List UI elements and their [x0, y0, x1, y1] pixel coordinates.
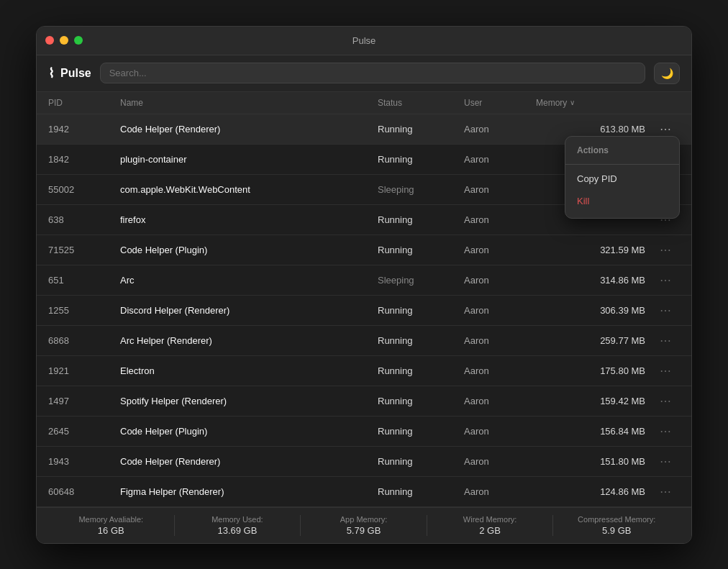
row-status: Running [378, 335, 464, 346]
traffic-lights [45, 36, 83, 45]
minimize-button[interactable] [60, 36, 68, 45]
toolbar: ⌇ Pulse 🌙 [37, 55, 691, 92]
col-pid: PID [48, 98, 120, 108]
table-row[interactable]: 1255 Discord Helper (Renderer) Running A… [37, 296, 691, 326]
table-row[interactable]: 6868 Arc Helper (Renderer) Running Aaron… [37, 326, 691, 356]
table-header: PID Name Status User Memory ∨ [37, 92, 691, 114]
row-memory: 321.59 MB [536, 245, 651, 255]
app-name: Pulse [60, 67, 91, 80]
wired-memory-stat: Wired Memory: 2 GB [427, 515, 554, 536]
row-user: Aaron [464, 426, 536, 437]
table-row[interactable]: 1943 Code Helper (Renderer) Running Aaro… [37, 447, 691, 477]
moon-icon: 🌙 [661, 68, 673, 79]
table-row[interactable]: 651 Arc Sleeping Aaron 314.86 MB ⋯ [37, 265, 691, 296]
app-memory-stat: App Memory: 5.79 GB [301, 515, 427, 536]
footer-stats: Memory Avaliable: 16 GB Memory Used: 13.… [37, 507, 691, 543]
app-memory-value: 5.79 GB [301, 525, 427, 536]
memory-used-label: Memory Used: [175, 515, 301, 524]
row-user: Aaron [464, 214, 536, 225]
row-memory: 613.80 MB [536, 124, 651, 135]
table-row[interactable]: 2645 Code Helper (Plugin) Running Aaron … [37, 416, 691, 447]
col-actions [651, 98, 680, 108]
row-name: Code Helper (Plugin) [120, 426, 378, 437]
row-user: Aaron [464, 124, 536, 135]
row-name: Arc [120, 275, 378, 286]
copy-pid-item[interactable]: Copy PID [565, 168, 679, 190]
app-memory-label: App Memory: [301, 515, 427, 524]
row-name: com.apple.WebKit.WebContent [120, 184, 378, 195]
row-memory: 124.86 MB [536, 486, 651, 497]
row-pid: 2645 [48, 426, 120, 437]
table-body: 1942 Code Helper (Renderer) Running Aaro… [37, 114, 691, 507]
row-user: Aaron [464, 275, 536, 286]
row-pid: 71525 [48, 245, 120, 255]
table-row[interactable]: 1497 Spotify Helper (Renderer) Running A… [37, 386, 691, 416]
compressed-memory-value: 5.9 GB [553, 525, 680, 536]
dropdown-header: Actions [565, 142, 679, 161]
table-row[interactable]: 1921 Electron Running Aaron 175.80 MB ⋯ [37, 356, 691, 386]
row-name: Spotify Helper (Renderer) [120, 396, 378, 406]
row-user: Aaron [464, 365, 536, 376]
memory-used-stat: Memory Used: 13.69 GB [175, 515, 301, 536]
row-status: Running [378, 305, 464, 316]
row-status: Running [378, 124, 464, 135]
row-pid: 55002 [48, 184, 120, 195]
app-logo: ⌇ Pulse [48, 65, 91, 81]
actions-button[interactable]: ⋯ [651, 302, 680, 319]
row-memory: 151.80 MB [536, 456, 651, 467]
row-pid: 1943 [48, 456, 120, 467]
row-pid: 1942 [48, 124, 120, 135]
memory-used-value: 13.69 GB [175, 525, 301, 536]
memory-available-value: 16 GB [48, 525, 174, 536]
row-name: plugin-container [120, 154, 378, 165]
actions-button[interactable]: ⋯ [651, 393, 680, 409]
row-status: Running [378, 486, 464, 497]
close-button[interactable] [45, 36, 54, 45]
row-name: Discord Helper (Renderer) [120, 305, 378, 316]
table-row[interactable]: 1942 Code Helper (Renderer) Running Aaro… [37, 114, 691, 145]
row-user: Aaron [464, 245, 536, 255]
actions-button[interactable]: ⋯ [651, 453, 680, 470]
row-memory: 175.80 MB [536, 365, 651, 376]
search-input[interactable] [100, 63, 645, 83]
memory-available-label: Memory Avaliable: [48, 515, 174, 524]
row-status: Running [378, 154, 464, 165]
maximize-button[interactable] [74, 36, 83, 45]
row-user: Aaron [464, 154, 536, 165]
row-status: Running [378, 426, 464, 437]
row-status: Running [378, 365, 464, 376]
row-name: Electron [120, 365, 378, 376]
actions-button[interactable]: ⋯ [651, 242, 680, 258]
row-pid: 638 [48, 214, 120, 225]
row-user: Aaron [464, 486, 536, 497]
row-pid: 6868 [48, 335, 120, 346]
actions-button[interactable]: ⋯ [651, 483, 680, 500]
table-row[interactable]: 71525 Code Helper (Plugin) Running Aaron… [37, 235, 691, 265]
actions-button[interactable]: ⋯ [651, 121, 680, 137]
compressed-memory-stat: Compressed Memory: 5.9 GB [553, 515, 680, 536]
dark-mode-button[interactable]: 🌙 [654, 63, 680, 84]
row-user: Aaron [464, 396, 536, 406]
row-status: Sleeping [378, 275, 464, 286]
row-name: Arc Helper (Renderer) [120, 335, 378, 346]
row-pid: 651 [48, 275, 120, 286]
row-name: Figma Helper (Renderer) [120, 486, 378, 497]
actions-button[interactable]: ⋯ [651, 272, 680, 288]
dropdown-divider [565, 164, 679, 165]
kill-item[interactable]: Kill [565, 190, 679, 212]
window-title: Pulse [352, 35, 376, 46]
col-status: Status [378, 98, 464, 108]
col-user: User [464, 98, 536, 108]
row-memory: 156.84 MB [536, 426, 651, 437]
col-memory[interactable]: Memory ∨ [536, 98, 651, 108]
row-memory: 306.39 MB [536, 305, 651, 316]
row-status: Running [378, 214, 464, 225]
row-pid: 60648 [48, 486, 120, 497]
table-row[interactable]: 60648 Figma Helper (Renderer) Running Aa… [37, 477, 691, 507]
row-memory: 159.42 MB [536, 396, 651, 406]
row-name: Code Helper (Renderer) [120, 456, 378, 467]
actions-button[interactable]: ⋯ [651, 332, 680, 349]
actions-button[interactable]: ⋯ [651, 363, 680, 379]
wired-memory-value: 2 GB [427, 525, 553, 536]
actions-button[interactable]: ⋯ [651, 423, 680, 440]
